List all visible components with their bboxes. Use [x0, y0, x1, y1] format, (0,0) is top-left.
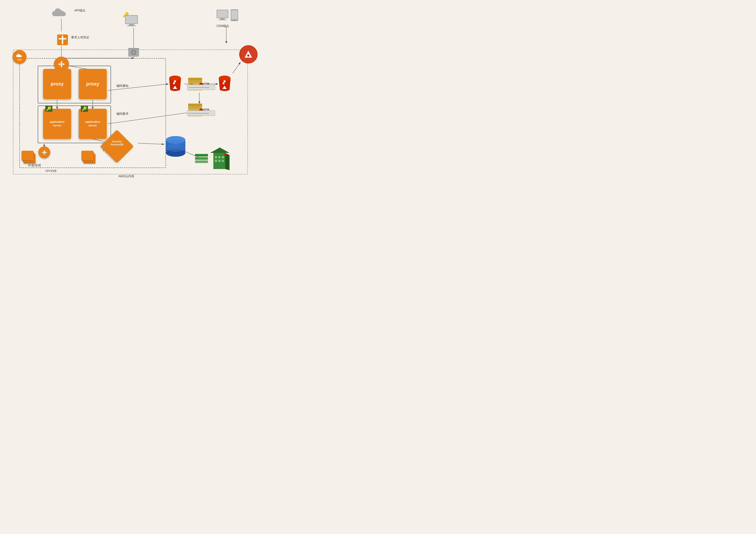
svg-marker-65	[245, 51, 252, 58]
key-icon-1: 🔑	[45, 106, 52, 112]
sns-bucket-1	[167, 75, 183, 93]
cloud-gray-icon	[51, 5, 71, 20]
diagram-container: AWS API端点 要求上传凭证 🔑	[0, 0, 258, 183]
svg-rect-50	[188, 80, 202, 83]
sqs-stack-center	[81, 151, 96, 166]
credential-monitor-icon: 🔑	[123, 12, 140, 29]
svg-marker-30	[60, 65, 63, 67]
svg-point-45	[169, 76, 181, 81]
svg-rect-56	[223, 83, 224, 84]
svg-rect-46	[173, 83, 175, 84]
svg-rect-86	[222, 156, 224, 158]
svg-marker-37	[42, 152, 43, 153]
vpc-content-label: VPC内容	[45, 169, 57, 173]
cdn-endpoint-label: CDN端点	[217, 24, 229, 28]
lambda-stack-1: HTTP ═══════════════	[187, 76, 203, 93]
vpc-load-balancer-icon	[39, 146, 50, 158]
svg-marker-36	[43, 153, 45, 155]
svg-rect-89	[222, 160, 224, 162]
elastic-stack-icon	[194, 153, 209, 167]
svg-marker-32	[63, 63, 65, 65]
aws-cloud-icon: AWS	[13, 50, 27, 64]
sqs-stack-left	[21, 151, 37, 166]
proxy-box-2: proxy	[79, 69, 107, 99]
svg-point-44	[166, 144, 185, 152]
svg-marker-82	[210, 147, 230, 153]
svg-rect-88	[218, 160, 221, 162]
svg-rect-79	[195, 157, 208, 160]
svg-rect-80	[195, 154, 208, 157]
svg-point-73	[233, 20, 235, 21]
app-server-box-2: 🔑 applicationserver	[79, 109, 107, 139]
green-building-icon	[210, 146, 230, 171]
dynamodb-blue-icon	[164, 135, 187, 159]
svg-point-76	[132, 51, 135, 54]
svg-point-55	[219, 76, 230, 81]
svg-rect-85	[218, 156, 221, 158]
dynamodb-icon: DynamicDynamoDB	[105, 135, 129, 158]
svg-rect-69	[220, 18, 225, 19]
proxy-box-1: proxy	[43, 69, 71, 99]
svg-point-66	[247, 55, 249, 57]
svg-marker-35	[43, 150, 45, 152]
svg-rect-72	[231, 10, 237, 19]
svg-rect-21	[62, 36, 63, 44]
svg-point-90	[224, 153, 227, 156]
cloudfront-icon	[239, 45, 257, 64]
lambda-stack-2: HTTP ═══════════════	[187, 102, 203, 119]
svg-rect-22	[59, 38, 67, 39]
require-credential-label: 要求上传凭证	[71, 36, 89, 39]
svg-rect-68	[217, 10, 228, 18]
app-server-box-1: 🔑 applicationserver	[43, 109, 71, 139]
aws-content-label: AWS云内容	[119, 174, 134, 178]
encode-request-label: 编码要求	[116, 112, 128, 116]
svg-marker-38	[45, 152, 47, 153]
svg-marker-29	[60, 61, 63, 63]
encode-notify-label: 编码通知	[116, 84, 128, 88]
api-gateway-icon	[56, 32, 69, 48]
svg-rect-51	[188, 78, 202, 80]
svg-marker-31	[58, 63, 60, 65]
svg-rect-87	[215, 160, 217, 162]
key-icon-2: 🔑	[81, 106, 88, 112]
media-icon	[127, 47, 140, 60]
svg-point-48	[174, 80, 176, 83]
svg-rect-84	[215, 156, 217, 158]
svg-rect-70	[219, 19, 226, 20]
svg-point-58	[224, 80, 226, 83]
svg-rect-25	[129, 24, 134, 25]
sns-bucket-2	[217, 75, 233, 93]
svg-rect-77	[128, 48, 139, 49]
svg-rect-61	[188, 104, 202, 106]
svg-rect-26	[127, 25, 136, 26]
api-endpoint-label: API端点	[74, 9, 85, 13]
svg-rect-60	[188, 106, 202, 109]
svg-rect-78	[195, 161, 208, 163]
